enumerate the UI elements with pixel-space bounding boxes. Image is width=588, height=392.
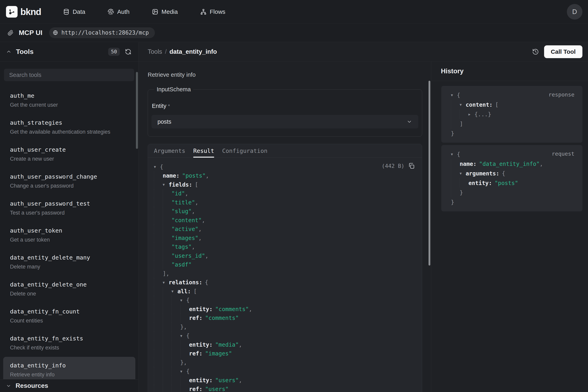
tool-description: Get a user token bbox=[10, 237, 132, 243]
indent-guide bbox=[154, 234, 163, 242]
page-title: MCP UI bbox=[19, 29, 42, 36]
collapse-triangle-icon[interactable]: ▼ bbox=[154, 165, 160, 169]
tool-name: data_entity_fn_exists bbox=[10, 335, 132, 342]
refresh-tools-button[interactable] bbox=[125, 48, 131, 55]
json-line: "asdf" bbox=[154, 260, 415, 269]
user-avatar[interactable]: D bbox=[567, 4, 583, 20]
history-entry-request[interactable]: request ▼{name:"data_entity_info",▼argum… bbox=[441, 145, 583, 212]
indent-guide bbox=[154, 269, 163, 278]
tool-description: Change a user's password bbox=[10, 183, 132, 189]
json-line: ], bbox=[154, 269, 415, 278]
collapse-triangle-icon[interactable]: ▼ bbox=[180, 298, 186, 302]
tab-configuration[interactable]: Configuration bbox=[222, 144, 267, 158]
indent-guide bbox=[180, 349, 189, 358]
main-scrollbar[interactable] bbox=[428, 81, 430, 266]
json-token: content: bbox=[466, 102, 493, 108]
indent-guide bbox=[154, 287, 163, 296]
tool-list-item[interactable]: data_entity_fn_exists Check if entity ex… bbox=[3, 330, 135, 357]
tool-list-item[interactable]: data_entity_info Retrieve entity info bbox=[3, 357, 135, 379]
tab-result[interactable]: Result bbox=[193, 144, 214, 158]
json-token: "asdf" bbox=[172, 261, 192, 268]
collapse-triangle-icon[interactable]: ▼ bbox=[460, 172, 466, 176]
nav-item-auth[interactable]: Auth bbox=[108, 8, 130, 15]
tool-list-item[interactable]: data_entity_delete_one Delete one bbox=[3, 276, 135, 303]
collapse-triangle-icon[interactable]: ▼ bbox=[163, 280, 169, 284]
indent-guide bbox=[172, 340, 180, 349]
sidebar-scrollbar[interactable] bbox=[136, 72, 138, 149]
resources-section-header[interactable]: Resources bbox=[0, 379, 139, 392]
tool-list-item[interactable]: auth_me Get the current user bbox=[3, 87, 135, 114]
collapse-triangle-icon[interactable]: ▼ bbox=[180, 334, 186, 338]
expand-triangle-icon[interactable]: ▶ bbox=[468, 112, 474, 116]
indent-guide bbox=[451, 100, 460, 110]
indent-guide bbox=[163, 225, 172, 234]
json-token: "users" bbox=[215, 377, 239, 384]
json-line: "active", bbox=[154, 225, 415, 234]
breadcrumb-section[interactable]: Tools bbox=[148, 48, 162, 55]
indent-guide bbox=[172, 296, 180, 305]
copy-button[interactable] bbox=[408, 162, 415, 169]
json-token: { bbox=[186, 297, 190, 304]
json-token: ref: bbox=[189, 350, 202, 357]
indent-guide bbox=[163, 189, 172, 198]
bknd-logo[interactable]: bknd bbox=[6, 6, 41, 18]
nav-label: Media bbox=[162, 8, 178, 15]
tool-description: Delete many bbox=[10, 264, 132, 270]
json-line: entity:"users", bbox=[154, 376, 415, 385]
json-token: "users_id" bbox=[172, 252, 205, 259]
tool-list-item[interactable]: auth_user_password_test Test a user's pa… bbox=[3, 195, 135, 222]
tool-name: auth_user_create bbox=[10, 146, 132, 153]
collapse-triangle-icon[interactable]: ▼ bbox=[451, 152, 457, 156]
collapse-triangle-icon[interactable]: ▼ bbox=[180, 370, 186, 374]
indent-guide bbox=[163, 198, 172, 207]
history-button[interactable] bbox=[532, 48, 539, 55]
json-line: ▶{...} bbox=[451, 110, 575, 119]
tab-arguments[interactable]: Arguments bbox=[154, 144, 185, 158]
nav-item-media[interactable]: Media bbox=[152, 8, 178, 15]
indent-guide bbox=[460, 110, 468, 119]
tool-list-item[interactable]: data_entity_fn_count Count entities bbox=[3, 303, 135, 330]
json-token: name: bbox=[460, 161, 476, 167]
nav-item-data[interactable]: Data bbox=[63, 8, 85, 15]
search-input[interactable] bbox=[4, 72, 134, 78]
entity-select[interactable]: posts bbox=[152, 115, 418, 128]
history-entry-response[interactable]: response ▼{▼content:[▶{...}]} bbox=[441, 86, 583, 143]
indent-guide bbox=[163, 314, 172, 323]
json-token: {...} bbox=[474, 111, 491, 118]
tools-sidebar: Tools 50 auth_me Get the current user au… bbox=[0, 42, 139, 392]
tool-name: auth_strategies bbox=[10, 119, 132, 126]
tool-description: Count entities bbox=[10, 318, 132, 324]
json-token: entity: bbox=[468, 180, 492, 186]
tools-section-header[interactable]: Tools 50 bbox=[0, 42, 139, 62]
json-token: { bbox=[186, 332, 190, 339]
tool-list-item[interactable]: auth_user_token Get a user token bbox=[3, 222, 135, 249]
tool-list-item[interactable]: auth_user_password_change Change a user'… bbox=[3, 168, 135, 195]
collapse-triangle-icon[interactable]: ▼ bbox=[460, 103, 466, 107]
indent-guide bbox=[163, 216, 172, 225]
mcp-url-pill[interactable]: http://localhost:28623/mcp bbox=[49, 27, 155, 38]
tool-list-item[interactable]: auth_user_create Create a new user bbox=[3, 141, 135, 168]
json-token: ref: bbox=[189, 386, 202, 392]
call-tool-button[interactable]: Call Tool bbox=[544, 45, 583, 58]
tool-description: Check if entity exists bbox=[10, 345, 132, 351]
json-token: name: bbox=[163, 172, 180, 179]
collapse-triangle-icon[interactable]: ▼ bbox=[451, 93, 457, 97]
json-token: "id" bbox=[172, 190, 185, 197]
json-line: entity:"media", bbox=[154, 340, 415, 349]
indent-guide bbox=[154, 314, 163, 323]
required-marker: * bbox=[168, 103, 170, 109]
json-token: { bbox=[457, 92, 460, 98]
indent-guide bbox=[163, 207, 172, 216]
breadcrumb-current: data_entity_info bbox=[170, 48, 217, 55]
tool-name: data_entity_delete_one bbox=[10, 281, 132, 288]
chevron-down-icon bbox=[406, 119, 412, 125]
json-token: [ bbox=[194, 288, 197, 295]
json-line: } bbox=[451, 129, 575, 138]
nav-item-flows[interactable]: Flows bbox=[200, 8, 225, 15]
tool-list-item[interactable]: data_entity_delete_many Delete many bbox=[3, 249, 135, 276]
tool-list-item[interactable]: auth_strategies Get the available authen… bbox=[3, 114, 135, 141]
collapse-triangle-icon[interactable]: ▼ bbox=[163, 182, 169, 186]
indent-guide bbox=[154, 251, 163, 260]
collapse-triangle-icon[interactable]: ▼ bbox=[172, 289, 178, 293]
json-token: } bbox=[460, 190, 463, 196]
